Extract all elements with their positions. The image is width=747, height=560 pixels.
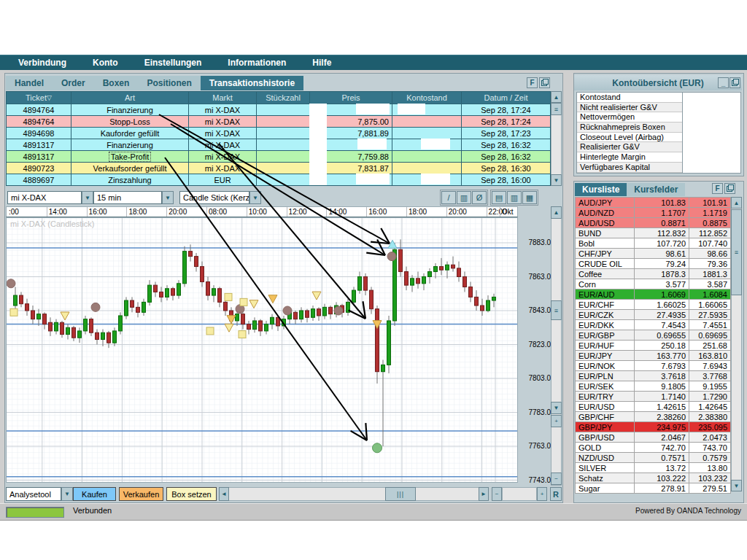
account-row-value[interactable] <box>682 142 740 152</box>
menu-item-einstellungen[interactable]: Einstellungen <box>144 58 202 68</box>
reset-button[interactable]: R <box>550 487 562 501</box>
channel-tool-icon[interactable]: ▥ <box>457 191 471 204</box>
rate-row-aud-usd[interactable]: AUD/USD0.88710.8875 <box>576 218 731 228</box>
rate-row-crude-oil[interactable]: CRUDE OIL79.2479.36 <box>576 259 731 269</box>
rate-row-gbp-usd[interactable]: GBP/USD2.04672.0473 <box>576 432 731 443</box>
verkaufen-button[interactable]: Verkaufen <box>119 487 163 501</box>
rate-row-aud-nzd[interactable]: AUD/NZD1.17071.1719 <box>576 208 731 218</box>
rate-row-eur-jpy[interactable]: EUR/JPY163.770163.810 <box>576 351 731 361</box>
tab-handel[interactable]: Handel <box>6 76 53 90</box>
chart-zoom-out-button[interactable]: − <box>551 472 562 485</box>
rates-tab-kursfelder[interactable]: Kursfelder <box>627 183 685 196</box>
chart-vscroll-up-icon[interactable]: ▲ <box>551 206 562 219</box>
rates-scroll-thumb[interactable]: ≡ <box>731 209 742 295</box>
tab-boxen[interactable]: Boxen <box>94 76 139 90</box>
tab-positionen[interactable]: Positionen <box>138 76 200 90</box>
chart-hscroll-thumb[interactable]: ||| <box>385 487 416 501</box>
rate-row-eur-usd[interactable]: EUR/USD1.426151.42645 <box>576 402 731 412</box>
table-row[interactable]: 4891317Take-Profitmi X-DAX7,759.88Sep 28… <box>7 151 551 163</box>
tab-transaktionshistorie[interactable]: Transaktionshistorie <box>201 76 303 90</box>
chart-type-select-dropdown-icon[interactable]: ▼ <box>249 191 261 204</box>
table-row[interactable]: 4891317Finanzierungmi X-DAXSep 28, 16:32 <box>7 139 551 151</box>
column-header-art[interactable]: Art <box>71 92 189 104</box>
box-setzen-button[interactable]: Box setzen <box>166 487 217 501</box>
hzoom-track[interactable] <box>502 487 537 501</box>
table-row[interactable]: 4889697ZinszahlungEURSep 28, 16:00 <box>7 174 551 186</box>
rate-row-gold[interactable]: GOLD742.70743.70 <box>576 443 731 453</box>
rate-row-schatz[interactable]: Schatz103.222103.232 <box>576 473 731 483</box>
instrument-select-dropdown-icon[interactable]: ▼ <box>82 191 93 204</box>
menu-item-verbindung[interactable]: Verbindung <box>18 58 66 68</box>
restore-window-icon[interactable] <box>539 77 550 88</box>
grid-option1-icon[interactable]: ▤ <box>492 191 506 204</box>
rate-row-eur-try[interactable]: EUR/TRY1.71401.7290 <box>576 392 731 402</box>
account-row-value[interactable] <box>682 122 740 133</box>
rate-row-silver[interactable]: SILVER13.7213.80 <box>576 463 731 473</box>
rate-row-eur-huf[interactable]: EUR/HUF250.18251.68 <box>576 341 731 351</box>
rates-scroll-up-icon[interactable]: ▲ <box>731 197 742 209</box>
column-header-preis[interactable]: Preis <box>310 92 392 104</box>
account-row-value[interactable] <box>682 103 740 113</box>
chart-zoom-in-button[interactable]: + <box>551 415 562 427</box>
account-minimize-icon[interactable]: _ <box>718 77 729 88</box>
column-header-markt[interactable]: Markt <box>189 92 257 104</box>
column-header-ticket[interactable]: Ticket ▽ <box>7 92 71 104</box>
column-header-datum-zeit[interactable]: Datum / Zeit <box>462 92 551 104</box>
rate-row-corn[interactable]: Corn3.5773.587 <box>576 279 731 289</box>
float-window-button[interactable]: F <box>527 77 538 88</box>
chart-vscroll-thumb[interactable]: ≡ <box>551 300 562 320</box>
rate-row-eur-dkk[interactable]: EUR/DKK7.45437.4551 <box>576 320 731 330</box>
analysetool-dropdown-icon[interactable]: ▼ <box>61 487 73 501</box>
column-header-st-ckzahl[interactable]: Stückzahl <box>257 92 310 104</box>
account-row-value[interactable] <box>682 93 740 103</box>
hzoom-in-button[interactable]: + <box>537 487 547 501</box>
rate-row-aud-jpy[interactable]: AUD/JPY101.83101.91 <box>576 198 731 208</box>
rate-row-eur-nok[interactable]: EUR/NOK7.67937.6943 <box>576 361 731 371</box>
account-row-value[interactable] <box>682 152 740 163</box>
rate-row-gbp-chf[interactable]: GBP/CHF2.382602.38380 <box>576 412 731 422</box>
rate-row-eur-aud[interactable]: EUR/AUD1.60691.6084 <box>576 289 731 300</box>
rates-float-button[interactable]: F <box>712 183 723 194</box>
grid-option2-icon[interactable]: ▥ <box>507 191 522 204</box>
rate-row-eur-sek[interactable]: EUR/SEK9.18059.1955 <box>576 381 731 392</box>
rate-row-eur-gbp[interactable]: EUR/GBP0.696550.69695 <box>576 330 731 341</box>
hzoom-out-button[interactable]: − <box>492 487 502 501</box>
chart-hscroll-left-icon[interactable]: ◄ <box>219 487 229 501</box>
rates-scroll-down-icon[interactable]: ▼ <box>731 480 742 491</box>
history-scroll-thumb[interactable]: ≡ <box>551 103 562 115</box>
rate-row-eur-czk[interactable]: EUR/CZK27.493527.5935 <box>576 310 731 320</box>
rate-row-sugar[interactable]: Sugar278.91279.51 <box>576 483 731 494</box>
rates-restore-icon[interactable] <box>724 183 735 194</box>
rate-row-bund[interactable]: BUND112.832112.852 <box>576 228 731 238</box>
rate-row-coffee[interactable]: Coffee1878.31881.3 <box>576 269 731 279</box>
account-row-value[interactable] <box>682 133 740 143</box>
table-row[interactable]: 4894764Finanzierungmi X-DAXSep 28, 17:24 <box>7 104 551 116</box>
history-scroll-up-icon[interactable]: ▲ <box>551 91 562 103</box>
clear-drawings-icon[interactable]: Ø <box>472 191 487 204</box>
rate-row-eur-pln[interactable]: EUR/PLN3.76183.7768 <box>576 371 731 381</box>
instrument-select[interactable]: mi X-DAX <box>7 191 82 204</box>
grid-option3-icon[interactable]: ▦ <box>522 191 537 204</box>
account-row-value[interactable] <box>682 163 740 173</box>
history-scroll-down-icon[interactable]: ▼ <box>551 174 562 186</box>
chart-vscrollbar[interactable] <box>551 206 562 486</box>
menu-item-konto[interactable]: Konto <box>93 58 118 68</box>
chart-type-select[interactable]: Candle Stick (Kerze <box>179 191 249 204</box>
rate-row-bobl[interactable]: Bobl107.720107.740 <box>576 238 731 249</box>
table-row[interactable]: 4894698Kauforder gefülltmi X-DAX7,881.89… <box>7 128 551 139</box>
kaufen-button[interactable]: Kaufen <box>73 487 116 501</box>
rate-row-nzd-usd[interactable]: NZD/USD0.75710.7579 <box>576 453 731 463</box>
interval-select-dropdown-icon[interactable]: ▼ <box>162 191 174 204</box>
rate-row-eur-chf[interactable]: EUR/CHF1.660251.66065 <box>576 300 731 310</box>
table-row[interactable]: 4894764Stopp-Lossmi X-DAX7,875.00Sep 28,… <box>7 116 551 128</box>
rates-tab-kursliste[interactable]: Kursliste <box>575 183 627 196</box>
chart-hscrollbar[interactable] <box>219 487 489 501</box>
account-restore-icon[interactable] <box>729 77 740 88</box>
table-row[interactable]: 4890723Verkaufsorder gefülltmi X-DAX7,83… <box>7 163 551 174</box>
menu-item-informationen[interactable]: Informationen <box>228 58 286 68</box>
menu-item-hilfe[interactable]: Hilfe <box>312 58 331 68</box>
filter-icon[interactable]: ▽ <box>47 94 52 101</box>
chart-hscroll-right-icon[interactable]: ► <box>479 487 489 501</box>
candlestick-chart-canvas[interactable] <box>7 218 517 482</box>
account-row-value[interactable] <box>682 112 740 122</box>
